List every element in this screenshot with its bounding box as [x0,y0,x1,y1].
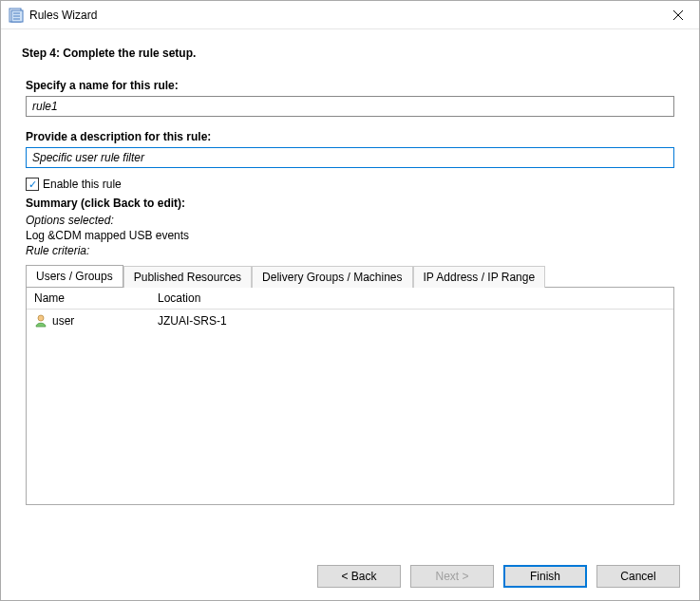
enable-rule-checkbox[interactable]: ✓ [26,178,39,191]
rule-desc-label: Provide a description for this rule: [26,130,674,143]
rules-wizard-window: Rules Wizard Step 4: Complete the rule s… [0,0,700,601]
tab-users-groups[interactable]: Users / Groups [26,265,123,287]
form-area: Specify a name for this rule: Provide a … [22,73,678,505]
svg-point-7 [38,315,44,321]
row-location-value: JZUAI-SRS-1 [158,314,227,328]
criteria-tabs: Users / Groups Published Resources Deliv… [26,265,674,287]
rule-name-label: Specify a name for this rule: [26,79,674,92]
rule-desc-input[interactable] [26,147,674,168]
cancel-button[interactable]: Cancel [596,565,680,588]
row-name-value: user [52,314,74,328]
col-header-location[interactable]: Location [150,288,673,309]
summary-heading: Summary (click Back to edit): [26,197,674,210]
next-button: Next > [410,565,494,588]
tab-panel-users-groups: Name Location user JZUAI- [26,287,674,505]
close-button[interactable] [656,1,699,29]
window-title: Rules Wizard [29,9,656,22]
back-button[interactable]: < Back [317,565,401,588]
user-icon [34,314,47,328]
finish-button[interactable]: Finish [503,565,587,588]
col-header-name[interactable]: Name [27,288,150,309]
tab-published-resources[interactable]: Published Resources [123,266,252,288]
table-row[interactable]: user JZUAI-SRS-1 [27,310,673,332]
tab-delivery-groups[interactable]: Delivery Groups / Machines [252,266,412,288]
rule-name-input[interactable] [26,96,674,117]
step-heading: Step 4: Complete the rule setup. [22,47,678,60]
options-selected-value: Log &CDM mapped USB events [26,229,674,242]
content-area: Step 4: Complete the rule setup. Specify… [1,29,699,553]
button-bar: < Back Next > Finish Cancel [1,553,699,600]
tab-ip-address[interactable]: IP Address / IP Range [413,266,546,288]
options-selected-label: Options selected: [26,214,674,227]
app-icon [9,8,24,23]
enable-rule-row: ✓ Enable this rule [26,178,674,191]
enable-rule-label: Enable this rule [43,178,122,191]
titlebar: Rules Wizard [1,1,699,29]
grid-header: Name Location [27,288,673,310]
rule-criteria-label: Rule criteria: [26,244,674,257]
